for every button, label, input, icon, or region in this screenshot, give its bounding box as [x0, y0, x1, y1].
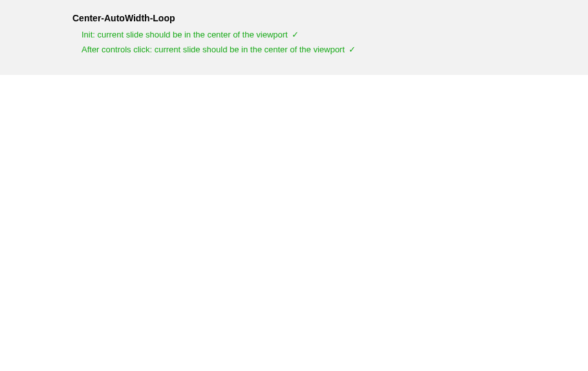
test-label: Init: current slide should be in the cen…: [82, 30, 288, 39]
checkmark-icon: ✓: [292, 30, 299, 39]
test-row: Init: current slide should be in the cen…: [72, 30, 588, 39]
checkmark-icon: ✓: [349, 45, 356, 54]
test-results-panel: Center-AutoWidth-Loop Init: current slid…: [0, 0, 588, 75]
test-suite: Center-AutoWidth-Loop Init: current slid…: [0, 13, 588, 54]
suite-title: Center-AutoWidth-Loop: [72, 13, 588, 23]
test-row: After controls click: current slide shou…: [72, 45, 588, 54]
test-label: After controls click: current slide shou…: [82, 45, 345, 54]
